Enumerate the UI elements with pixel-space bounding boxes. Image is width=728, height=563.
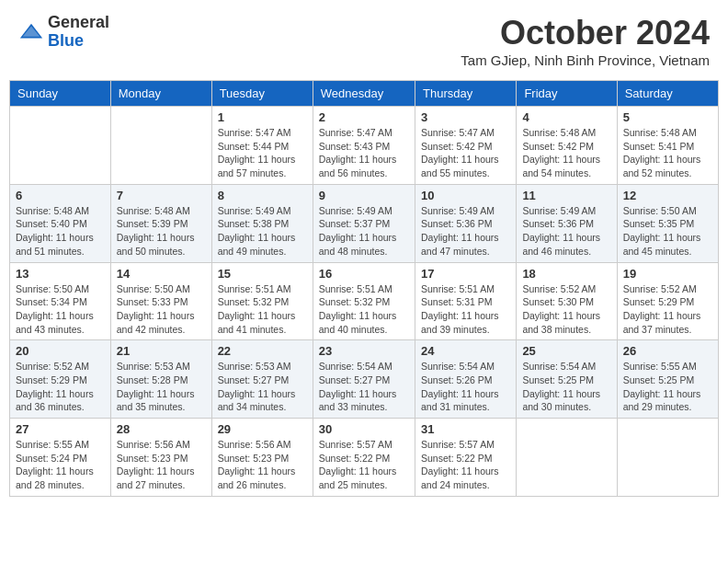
calendar-cell: 29Sunrise: 5:56 AM Sunset: 5:23 PM Dayli… (211, 419, 313, 497)
logo-text: General Blue (48, 14, 109, 51)
day-info: Sunrise: 5:50 AM Sunset: 5:34 PM Dayligh… (16, 282, 105, 337)
day-number: 15 (218, 267, 307, 281)
calendar-cell: 27Sunrise: 5:55 AM Sunset: 5:24 PM Dayli… (10, 419, 111, 497)
day-info: Sunrise: 5:56 AM Sunset: 5:23 PM Dayligh… (117, 438, 206, 492)
day-info: Sunrise: 5:49 AM Sunset: 5:37 PM Dayligh… (319, 204, 409, 259)
day-info: Sunrise: 5:52 AM Sunset: 5:29 PM Dayligh… (623, 282, 712, 337)
day-info: Sunrise: 5:57 AM Sunset: 5:22 PM Dayligh… (421, 438, 510, 492)
day-number: 13 (16, 267, 105, 281)
day-number: 1 (218, 110, 307, 124)
day-info: Sunrise: 5:53 AM Sunset: 5:28 PM Dayligh… (117, 360, 206, 414)
weekday-header-row: SundayMondayTuesdayWednesdayThursdayFrid… (10, 81, 719, 107)
calendar-cell: 30Sunrise: 5:57 AM Sunset: 5:22 PM Dayli… (313, 419, 415, 497)
calendar-body: 1Sunrise: 5:47 AM Sunset: 5:44 PM Daylig… (10, 107, 719, 497)
day-number: 8 (218, 189, 307, 202)
day-info: Sunrise: 5:51 AM Sunset: 5:31 PM Dayligh… (421, 282, 510, 337)
calendar-week-3: 13Sunrise: 5:50 AM Sunset: 5:34 PM Dayli… (10, 262, 719, 340)
location-subtitle: Tam GJiep, Ninh Binh Province, Vietnam (461, 52, 710, 68)
page-header: General Blue October 2024 Tam GJiep, Nin… (9, 9, 719, 73)
day-number: 10 (421, 189, 510, 202)
day-number: 20 (16, 344, 105, 358)
day-number: 22 (218, 344, 307, 358)
calendar-cell: 19Sunrise: 5:52 AM Sunset: 5:29 PM Dayli… (617, 262, 718, 340)
day-number: 30 (319, 422, 409, 436)
day-number: 14 (117, 267, 206, 281)
calendar-cell: 24Sunrise: 5:54 AM Sunset: 5:26 PM Dayli… (415, 340, 516, 419)
day-info: Sunrise: 5:50 AM Sunset: 5:35 PM Dayligh… (623, 204, 712, 259)
day-number: 16 (319, 267, 409, 281)
day-info: Sunrise: 5:48 AM Sunset: 5:39 PM Dayligh… (117, 204, 206, 259)
calendar-week-4: 20Sunrise: 5:52 AM Sunset: 5:29 PM Dayli… (10, 340, 719, 419)
day-number: 19 (623, 267, 712, 281)
calendar-cell: 9Sunrise: 5:49 AM Sunset: 5:37 PM Daylig… (313, 184, 415, 262)
day-number: 28 (117, 422, 206, 436)
day-number: 6 (16, 189, 105, 202)
day-info: Sunrise: 5:48 AM Sunset: 5:42 PM Dayligh… (522, 126, 610, 180)
day-number: 4 (522, 110, 610, 124)
day-info: Sunrise: 5:48 AM Sunset: 5:40 PM Dayligh… (16, 204, 105, 259)
calendar-cell: 11Sunrise: 5:49 AM Sunset: 5:36 PM Dayli… (517, 184, 617, 262)
calendar-cell (517, 419, 617, 497)
day-info: Sunrise: 5:53 AM Sunset: 5:27 PM Dayligh… (218, 360, 307, 414)
day-info: Sunrise: 5:54 AM Sunset: 5:26 PM Dayligh… (421, 360, 510, 414)
calendar-week-1: 1Sunrise: 5:47 AM Sunset: 5:44 PM Daylig… (10, 107, 719, 185)
weekday-wednesday: Wednesday (313, 81, 415, 107)
calendar-cell: 1Sunrise: 5:47 AM Sunset: 5:44 PM Daylig… (211, 107, 313, 185)
day-info: Sunrise: 5:47 AM Sunset: 5:42 PM Dayligh… (421, 126, 510, 180)
calendar-cell: 13Sunrise: 5:50 AM Sunset: 5:34 PM Dayli… (10, 262, 111, 340)
calendar-cell: 17Sunrise: 5:51 AM Sunset: 5:31 PM Dayli… (415, 262, 516, 340)
weekday-friday: Friday (517, 81, 617, 107)
day-number: 2 (319, 110, 409, 124)
title-block: October 2024 Tam GJiep, Ninh Binh Provin… (461, 14, 710, 68)
calendar-week-2: 6Sunrise: 5:48 AM Sunset: 5:40 PM Daylig… (10, 184, 719, 262)
day-info: Sunrise: 5:54 AM Sunset: 5:27 PM Dayligh… (319, 360, 409, 414)
calendar-cell: 20Sunrise: 5:52 AM Sunset: 5:29 PM Dayli… (10, 340, 111, 419)
day-info: Sunrise: 5:51 AM Sunset: 5:32 PM Dayligh… (218, 282, 307, 337)
calendar-cell: 2Sunrise: 5:47 AM Sunset: 5:43 PM Daylig… (313, 107, 415, 185)
calendar-cell: 23Sunrise: 5:54 AM Sunset: 5:27 PM Dayli… (313, 340, 415, 419)
day-info: Sunrise: 5:55 AM Sunset: 5:25 PM Dayligh… (623, 360, 712, 414)
calendar-cell: 18Sunrise: 5:52 AM Sunset: 5:30 PM Dayli… (517, 262, 617, 340)
calendar-cell (617, 419, 718, 497)
calendar-week-5: 27Sunrise: 5:55 AM Sunset: 5:24 PM Dayli… (10, 419, 719, 497)
day-info: Sunrise: 5:49 AM Sunset: 5:38 PM Dayligh… (218, 204, 307, 259)
day-number: 3 (421, 110, 510, 124)
day-info: Sunrise: 5:52 AM Sunset: 5:29 PM Dayligh… (16, 360, 105, 414)
calendar-cell: 28Sunrise: 5:56 AM Sunset: 5:23 PM Dayli… (110, 419, 211, 497)
day-info: Sunrise: 5:50 AM Sunset: 5:33 PM Dayligh… (117, 282, 206, 337)
logo: General Blue (18, 14, 109, 51)
calendar-cell: 8Sunrise: 5:49 AM Sunset: 5:38 PM Daylig… (211, 184, 313, 262)
day-info: Sunrise: 5:49 AM Sunset: 5:36 PM Dayligh… (421, 204, 510, 259)
month-title: October 2024 (461, 14, 710, 52)
calendar-cell (110, 107, 211, 185)
day-number: 17 (421, 267, 510, 281)
weekday-tuesday: Tuesday (211, 81, 313, 107)
day-number: 18 (522, 267, 610, 281)
day-info: Sunrise: 5:55 AM Sunset: 5:24 PM Dayligh… (16, 438, 105, 492)
day-number: 23 (319, 344, 409, 358)
calendar-cell: 14Sunrise: 5:50 AM Sunset: 5:33 PM Dayli… (110, 262, 211, 340)
day-info: Sunrise: 5:49 AM Sunset: 5:36 PM Dayligh… (522, 204, 610, 259)
day-number: 7 (117, 189, 206, 202)
calendar-cell: 21Sunrise: 5:53 AM Sunset: 5:28 PM Dayli… (110, 340, 211, 419)
day-number: 25 (522, 344, 610, 358)
calendar-cell: 5Sunrise: 5:48 AM Sunset: 5:41 PM Daylig… (617, 107, 718, 185)
weekday-saturday: Saturday (617, 81, 718, 107)
weekday-sunday: Sunday (10, 81, 111, 107)
calendar-cell: 15Sunrise: 5:51 AM Sunset: 5:32 PM Dayli… (211, 262, 313, 340)
svg-marker-1 (23, 26, 40, 36)
calendar-cell: 26Sunrise: 5:55 AM Sunset: 5:25 PM Dayli… (617, 340, 718, 419)
calendar-cell: 3Sunrise: 5:47 AM Sunset: 5:42 PM Daylig… (415, 107, 516, 185)
day-number: 5 (623, 110, 712, 124)
day-info: Sunrise: 5:47 AM Sunset: 5:43 PM Dayligh… (319, 126, 409, 180)
day-number: 9 (319, 189, 409, 202)
weekday-thursday: Thursday (415, 81, 516, 107)
calendar-table: SundayMondayTuesdayWednesdayThursdayFrid… (9, 80, 719, 497)
calendar-cell: 12Sunrise: 5:50 AM Sunset: 5:35 PM Dayli… (617, 184, 718, 262)
calendar-cell: 31Sunrise: 5:57 AM Sunset: 5:22 PM Dayli… (415, 419, 516, 497)
calendar-cell: 7Sunrise: 5:48 AM Sunset: 5:39 PM Daylig… (110, 184, 211, 262)
day-info: Sunrise: 5:57 AM Sunset: 5:22 PM Dayligh… (319, 438, 409, 492)
day-number: 21 (117, 344, 206, 358)
calendar-cell: 25Sunrise: 5:54 AM Sunset: 5:25 PM Dayli… (517, 340, 617, 419)
day-number: 31 (421, 422, 510, 436)
